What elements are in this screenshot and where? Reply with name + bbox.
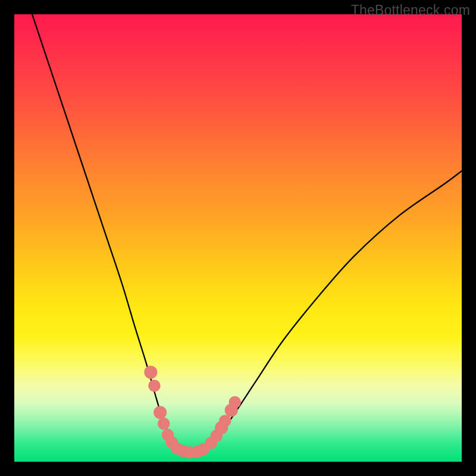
marker-right-mid2: [219, 415, 231, 427]
bottleneck-curve: [32, 14, 462, 453]
marker-right-upper2: [228, 396, 241, 409]
chart-frame: TheBottleneck.com: [0, 0, 476, 476]
curve-layer: [14, 14, 462, 462]
marker-left-mid: [154, 406, 167, 419]
plot-area: [14, 14, 462, 462]
marker-left-upper2: [148, 380, 161, 392]
marker-left-mid2: [158, 418, 170, 430]
watermark-text: TheBottleneck.com: [351, 2, 470, 18]
marker-left-upper: [144, 366, 157, 379]
